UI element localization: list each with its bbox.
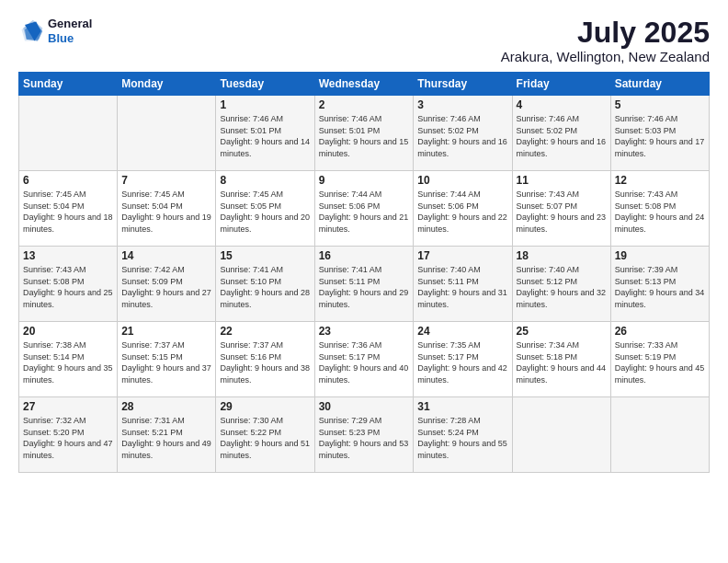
weekday-header-sunday: Sunday xyxy=(19,73,118,96)
day-number: 23 xyxy=(319,325,410,338)
calendar-body: 1Sunrise: 7:46 AM Sunset: 5:01 PM Daylig… xyxy=(19,96,710,473)
day-info: Sunrise: 7:40 AM Sunset: 5:12 PM Dayligh… xyxy=(517,264,607,310)
logo-blue: Blue xyxy=(48,31,92,46)
calendar-cell: 17Sunrise: 7:40 AM Sunset: 5:11 PM Dayli… xyxy=(414,247,512,322)
day-info: Sunrise: 7:45 AM Sunset: 5:04 PM Dayligh… xyxy=(121,189,211,235)
calendar-cell: 14Sunrise: 7:42 AM Sunset: 5:09 PM Dayli… xyxy=(118,247,216,322)
day-number: 18 xyxy=(517,249,607,262)
calendar-cell: 23Sunrise: 7:36 AM Sunset: 5:17 PM Dayli… xyxy=(314,322,414,397)
day-number: 14 xyxy=(121,249,211,262)
day-number: 5 xyxy=(615,98,705,111)
weekday-header-wednesday: Wednesday xyxy=(314,73,414,96)
calendar-cell: 5Sunrise: 7:46 AM Sunset: 5:03 PM Daylig… xyxy=(610,96,709,171)
page: General Blue July 2025 Arakura, Wellingt… xyxy=(0,0,728,563)
day-info: Sunrise: 7:46 AM Sunset: 5:01 PM Dayligh… xyxy=(319,113,410,159)
calendar-cell: 24Sunrise: 7:35 AM Sunset: 5:17 PM Dayli… xyxy=(414,322,512,397)
calendar-cell: 16Sunrise: 7:41 AM Sunset: 5:11 PM Dayli… xyxy=(314,247,414,322)
calendar-cell: 3Sunrise: 7:46 AM Sunset: 5:02 PM Daylig… xyxy=(414,96,512,171)
day-number: 26 xyxy=(615,325,705,338)
day-info: Sunrise: 7:46 AM Sunset: 5:01 PM Dayligh… xyxy=(220,113,310,159)
calendar-cell: 8Sunrise: 7:45 AM Sunset: 5:05 PM Daylig… xyxy=(216,171,314,247)
calendar-cell: 11Sunrise: 7:43 AM Sunset: 5:07 PM Dayli… xyxy=(512,171,610,247)
day-number: 3 xyxy=(417,98,507,111)
logo-icon xyxy=(18,18,44,44)
day-number: 4 xyxy=(517,98,607,111)
calendar-cell: 6Sunrise: 7:45 AM Sunset: 5:04 PM Daylig… xyxy=(19,171,118,247)
weekday-header-saturday: Saturday xyxy=(610,73,709,96)
day-number: 9 xyxy=(319,174,410,187)
day-number: 1 xyxy=(220,98,310,111)
day-number: 15 xyxy=(220,249,310,262)
day-info: Sunrise: 7:43 AM Sunset: 5:08 PM Dayligh… xyxy=(23,264,113,310)
day-number: 30 xyxy=(319,400,410,413)
day-info: Sunrise: 7:30 AM Sunset: 5:22 PM Dayligh… xyxy=(220,415,310,461)
day-info: Sunrise: 7:29 AM Sunset: 5:23 PM Dayligh… xyxy=(319,415,410,461)
day-info: Sunrise: 7:36 AM Sunset: 5:17 PM Dayligh… xyxy=(319,339,410,385)
title-area: July 2025 Arakura, Wellington, New Zeala… xyxy=(501,17,710,64)
day-number: 12 xyxy=(615,174,705,187)
day-info: Sunrise: 7:34 AM Sunset: 5:18 PM Dayligh… xyxy=(517,339,607,385)
day-number: 20 xyxy=(23,325,113,338)
calendar-header: SundayMondayTuesdayWednesdayThursdayFrid… xyxy=(19,73,710,96)
day-info: Sunrise: 7:46 AM Sunset: 5:02 PM Dayligh… xyxy=(517,113,607,159)
weekday-header-friday: Friday xyxy=(512,73,610,96)
day-number: 29 xyxy=(220,400,310,413)
calendar-cell xyxy=(19,96,118,171)
day-number: 24 xyxy=(417,325,507,338)
day-number: 11 xyxy=(517,174,607,187)
day-info: Sunrise: 7:41 AM Sunset: 5:11 PM Dayligh… xyxy=(319,264,410,310)
calendar-cell: 30Sunrise: 7:29 AM Sunset: 5:23 PM Dayli… xyxy=(314,397,414,473)
calendar-cell: 7Sunrise: 7:45 AM Sunset: 5:04 PM Daylig… xyxy=(118,171,216,247)
calendar-cell: 12Sunrise: 7:43 AM Sunset: 5:08 PM Dayli… xyxy=(610,171,709,247)
day-number: 6 xyxy=(23,174,113,187)
day-info: Sunrise: 7:44 AM Sunset: 5:06 PM Dayligh… xyxy=(417,189,507,235)
day-info: Sunrise: 7:38 AM Sunset: 5:14 PM Dayligh… xyxy=(23,339,113,385)
day-info: Sunrise: 7:43 AM Sunset: 5:08 PM Dayligh… xyxy=(615,189,705,235)
day-number: 7 xyxy=(121,174,211,187)
month-title: July 2025 xyxy=(501,17,710,49)
calendar-cell: 22Sunrise: 7:37 AM Sunset: 5:16 PM Dayli… xyxy=(216,322,314,397)
day-info: Sunrise: 7:43 AM Sunset: 5:07 PM Dayligh… xyxy=(517,189,607,235)
day-number: 31 xyxy=(417,400,507,413)
calendar-cell: 20Sunrise: 7:38 AM Sunset: 5:14 PM Dayli… xyxy=(19,322,118,397)
day-info: Sunrise: 7:39 AM Sunset: 5:13 PM Dayligh… xyxy=(615,264,705,310)
day-info: Sunrise: 7:42 AM Sunset: 5:09 PM Dayligh… xyxy=(121,264,211,310)
day-number: 25 xyxy=(517,325,607,338)
calendar-cell: 13Sunrise: 7:43 AM Sunset: 5:08 PM Dayli… xyxy=(19,247,118,322)
day-number: 27 xyxy=(23,400,113,413)
calendar-cell xyxy=(118,96,216,171)
day-number: 2 xyxy=(319,98,410,111)
logo-general: General xyxy=(48,17,92,31)
day-number: 22 xyxy=(220,325,310,338)
weekday-header-monday: Monday xyxy=(118,73,216,96)
logo-text: General Blue xyxy=(48,17,92,45)
day-info: Sunrise: 7:46 AM Sunset: 5:02 PM Dayligh… xyxy=(417,113,507,159)
weekday-header-row: SundayMondayTuesdayWednesdayThursdayFrid… xyxy=(19,73,710,96)
day-number: 16 xyxy=(319,249,410,262)
calendar-week-row: 6Sunrise: 7:45 AM Sunset: 5:04 PM Daylig… xyxy=(19,171,710,247)
day-info: Sunrise: 7:41 AM Sunset: 5:10 PM Dayligh… xyxy=(220,264,310,310)
calendar-cell xyxy=(610,397,709,473)
calendar-cell: 1Sunrise: 7:46 AM Sunset: 5:01 PM Daylig… xyxy=(216,96,314,171)
day-number: 28 xyxy=(121,400,211,413)
calendar-cell: 18Sunrise: 7:40 AM Sunset: 5:12 PM Dayli… xyxy=(512,247,610,322)
calendar-cell: 28Sunrise: 7:31 AM Sunset: 5:21 PM Dayli… xyxy=(118,397,216,473)
calendar-table: SundayMondayTuesdayWednesdayThursdayFrid… xyxy=(18,72,710,473)
calendar-week-row: 13Sunrise: 7:43 AM Sunset: 5:08 PM Dayli… xyxy=(19,247,710,322)
logo: General Blue xyxy=(18,17,92,45)
calendar-cell: 31Sunrise: 7:28 AM Sunset: 5:24 PM Dayli… xyxy=(414,397,512,473)
weekday-header-thursday: Thursday xyxy=(414,73,512,96)
day-number: 13 xyxy=(23,249,113,262)
calendar-cell: 19Sunrise: 7:39 AM Sunset: 5:13 PM Dayli… xyxy=(610,247,709,322)
calendar-cell: 27Sunrise: 7:32 AM Sunset: 5:20 PM Dayli… xyxy=(19,397,118,473)
calendar-cell: 25Sunrise: 7:34 AM Sunset: 5:18 PM Dayli… xyxy=(512,322,610,397)
day-number: 21 xyxy=(121,325,211,338)
day-info: Sunrise: 7:35 AM Sunset: 5:17 PM Dayligh… xyxy=(417,339,507,385)
calendar-cell: 10Sunrise: 7:44 AM Sunset: 5:06 PM Dayli… xyxy=(414,171,512,247)
weekday-header-tuesday: Tuesday xyxy=(216,73,314,96)
calendar-cell: 29Sunrise: 7:30 AM Sunset: 5:22 PM Dayli… xyxy=(216,397,314,473)
day-number: 19 xyxy=(615,249,705,262)
calendar-week-row: 20Sunrise: 7:38 AM Sunset: 5:14 PM Dayli… xyxy=(19,322,710,397)
day-info: Sunrise: 7:46 AM Sunset: 5:03 PM Dayligh… xyxy=(615,113,705,159)
day-info: Sunrise: 7:45 AM Sunset: 5:04 PM Dayligh… xyxy=(23,189,113,235)
